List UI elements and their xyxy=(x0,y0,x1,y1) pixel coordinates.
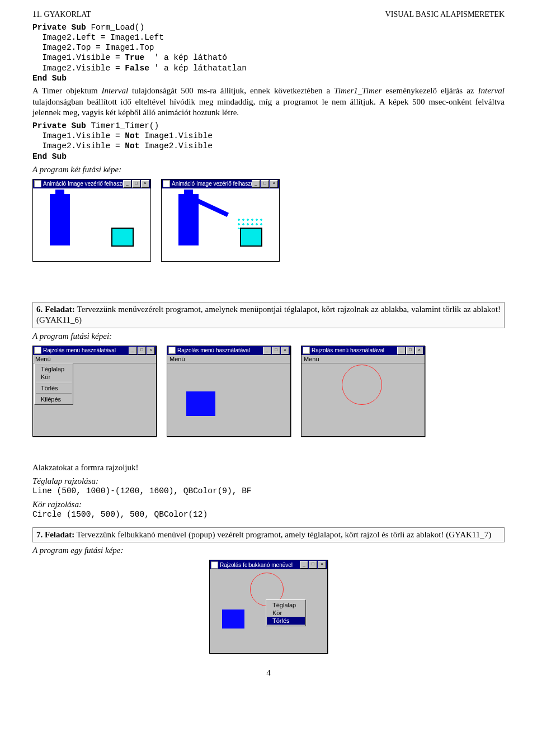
blue-rectangle xyxy=(186,391,215,416)
rect-title: Téglalap rajzolása: xyxy=(32,476,505,486)
window-title: Rajzolás menü használatával xyxy=(43,347,116,353)
bucket-shape xyxy=(240,228,262,247)
menu-item-circle[interactable]: Kör xyxy=(35,373,72,381)
minimize-icon[interactable]: _ xyxy=(300,561,308,569)
header-left: 11. GYAKORLAT xyxy=(32,10,91,19)
runtime-caption-1: A program két futási képe: xyxy=(32,165,505,174)
window-icon xyxy=(34,180,41,187)
maximize-icon[interactable]: □ xyxy=(138,347,146,355)
close-icon[interactable]: × xyxy=(281,347,289,355)
window-title: Animáció Image vezérlő felhasználásával xyxy=(172,181,252,187)
screenshot-anim-frame1: Animáció Image vezérlő felhasználásával_… xyxy=(32,179,151,262)
splash-shape xyxy=(237,218,263,229)
hose-shape xyxy=(196,199,229,217)
header-right: VISUAL BASIC ALAPISMERETEK xyxy=(385,10,505,19)
screenshot-draw-rectangle: Rajzolás menü használatával_□× Menü xyxy=(167,346,291,437)
runtime-caption-2: A program futási képei: xyxy=(32,332,505,341)
minimize-icon[interactable]: _ xyxy=(263,347,271,355)
screenshot-popup-menu: Rajzolás felbukkanó menüvel_□× Téglalap … xyxy=(209,560,328,654)
menu-item-exit[interactable]: Kilépés xyxy=(35,395,72,403)
close-icon[interactable]: × xyxy=(270,180,278,188)
screenshot-anim-frame2: Animáció Image vezérlő felhasználásával_… xyxy=(161,179,280,262)
extinguisher-shape xyxy=(50,194,70,245)
maximize-icon[interactable]: □ xyxy=(406,347,414,355)
screenshot-draw-circle: Rajzolás menü használatával_□× Menü xyxy=(301,346,425,437)
extinguisher-shape xyxy=(178,194,199,245)
menu-item-clear[interactable]: Törlés xyxy=(35,384,72,392)
menu-button[interactable]: Menü xyxy=(304,356,319,362)
blue-rectangle xyxy=(222,609,244,629)
code-block-formload: Private Sub Form_Load() Image2.Left = Im… xyxy=(32,22,505,83)
maximize-icon[interactable]: □ xyxy=(272,347,280,355)
bucket-shape xyxy=(111,228,134,247)
popup-item-clear[interactable]: Törlés xyxy=(267,617,305,625)
screenshot-draw-menu-open: Rajzolás menü használatával_□× Menü Tégl… xyxy=(32,346,157,437)
menu-button[interactable]: Menü xyxy=(35,356,51,362)
page-number: 4 xyxy=(32,668,505,678)
minimize-icon[interactable]: _ xyxy=(129,347,137,355)
dropdown-menu: Téglalap Kör Törlés Kilépés xyxy=(34,363,73,405)
maximize-icon[interactable]: □ xyxy=(132,180,140,188)
window-icon xyxy=(303,347,310,354)
minimize-icon[interactable]: _ xyxy=(252,180,260,188)
popup-item-circle[interactable]: Kör xyxy=(267,609,305,617)
shapes-note: Alakzatokat a formra rajzoljuk! xyxy=(32,462,505,474)
runtime-caption-3: A program egy futási képe: xyxy=(32,546,505,555)
popup-menu: Téglalap Kör Törlés xyxy=(266,599,306,626)
code-block-timer: Private Sub Timer1_Timer() Image1.Visibl… xyxy=(32,121,505,162)
close-icon[interactable]: × xyxy=(147,347,155,355)
maximize-icon[interactable]: □ xyxy=(309,561,317,569)
popup-item-rectangle[interactable]: Téglalap xyxy=(267,601,305,609)
window-icon xyxy=(34,347,41,354)
close-icon[interactable]: × xyxy=(415,347,423,355)
circle-title: Kör rajzolása: xyxy=(32,500,505,509)
window-title: Rajzolás felbukkanó menüvel xyxy=(220,562,293,568)
menu-item-rectangle[interactable]: Téglalap xyxy=(35,365,72,373)
maximize-icon[interactable]: □ xyxy=(261,180,269,188)
task-6-box: 6. Feladat: Tervezzünk menüvezérelt prog… xyxy=(32,302,505,328)
minimize-icon[interactable]: _ xyxy=(397,347,406,355)
menu-separator xyxy=(36,382,72,383)
window-title: Rajzolás menü használatával xyxy=(312,347,384,353)
code-circle: Circle (1500, 500), 500, QBColor(12) xyxy=(32,509,505,519)
close-icon[interactable]: × xyxy=(318,561,326,569)
task-7-box: 7. Feladat: Tervezzünk felbukkanó menüve… xyxy=(32,527,505,543)
close-icon[interactable]: × xyxy=(141,180,149,188)
red-circle xyxy=(342,365,382,405)
window-title: Rajzolás menü használatával xyxy=(177,347,250,353)
menu-button[interactable]: Menü xyxy=(169,356,185,362)
window-icon xyxy=(163,180,170,187)
menu-separator xyxy=(36,393,72,394)
minimize-icon[interactable]: _ xyxy=(123,180,131,188)
code-rect: Line (500, 1000)-(1200, 1600), QBColor(9… xyxy=(32,486,505,496)
window-icon xyxy=(168,347,176,354)
paragraph-timer: A Timer objektum Interval tulajdonságát … xyxy=(32,86,505,119)
window-title: Animáció Image vezérlő felhasználásával xyxy=(43,181,123,187)
window-icon xyxy=(211,561,218,569)
